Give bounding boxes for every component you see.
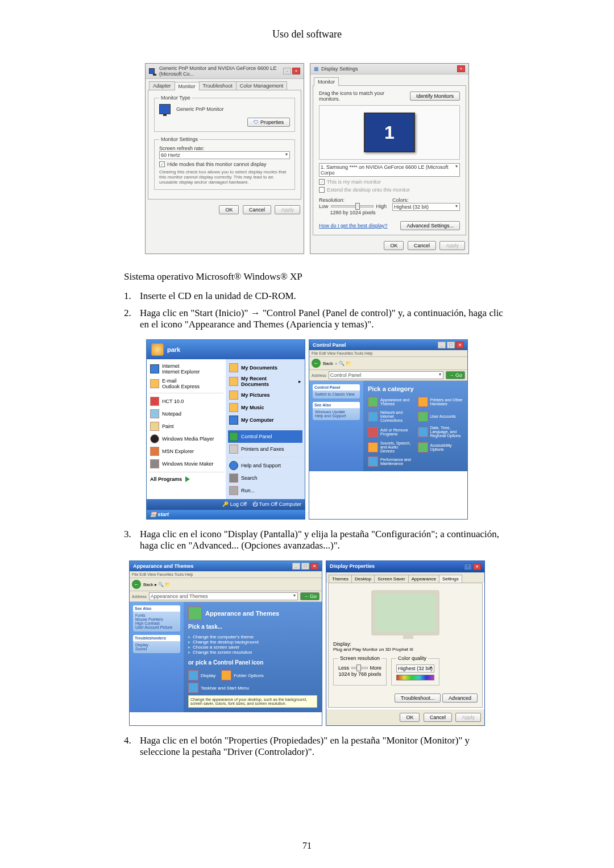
start-item-internet[interactable]: Internet Internet Explorer	[149, 362, 223, 376]
best-display-link[interactable]: How do I get the best display?	[319, 223, 388, 229]
advanced-settings-button[interactable]: Advanced Settings...	[400, 221, 460, 230]
identify-monitors-button[interactable]: Identify Monitors	[410, 92, 460, 101]
resolution-slider[interactable]	[331, 205, 374, 207]
task-link[interactable]: ▸Change the desktop background	[188, 639, 317, 645]
start-item-help[interactable]: Help and Support	[228, 459, 302, 472]
tab-appearance[interactable]: Appearance	[408, 575, 439, 583]
address-bar[interactable]: Appearance and Themes	[149, 592, 298, 600]
start-item-hct[interactable]: HCT 10.0	[149, 395, 223, 408]
see-also-item[interactable]: Help and Support	[315, 414, 358, 418]
cat-users[interactable]: User Accounts	[418, 410, 463, 422]
start-item-email[interactable]: E-mail Outlook Express	[149, 376, 223, 391]
resolution-slider[interactable]	[351, 667, 368, 669]
see-also-item[interactable]: Fonts	[135, 613, 178, 617]
switch-classic-link[interactable]: Switch to Classic View	[315, 392, 358, 396]
maximize-icon[interactable]: □	[447, 342, 455, 348]
refresh-rate-select[interactable]: 60 Hertz	[159, 151, 290, 159]
properties-button[interactable]: 🛡 Properties	[247, 118, 290, 127]
minimize-icon[interactable]: -	[283, 68, 291, 74]
cat-datetime[interactable]: Date, Time, Language, and Regional Optio…	[418, 426, 463, 438]
cp-icon-display[interactable]: Display	[188, 670, 215, 680]
main-monitor-checkbox[interactable]: ✓	[319, 179, 325, 185]
tab-desktop[interactable]: Desktop	[351, 575, 375, 583]
ok-button[interactable]: OK	[400, 713, 420, 722]
go-button[interactable]: → Go	[300, 592, 320, 600]
start-item-music[interactable]: My Music	[228, 401, 302, 414]
back-button[interactable]: ←	[312, 359, 321, 368]
help-icon[interactable]: ?	[464, 563, 472, 570]
start-item-printers[interactable]: Printers and Faxes	[228, 443, 302, 455]
ts-item[interactable]: Sound	[135, 647, 178, 651]
start-item-notepad[interactable]: Notepad	[149, 408, 223, 420]
back-button[interactable]: ←	[132, 580, 141, 589]
color-quality-select[interactable]: Highest (32 bit)	[396, 665, 434, 672]
cat-accessibility[interactable]: Accessibility Options	[418, 441, 463, 453]
cat-appearance[interactable]: Appearance and Themes	[368, 397, 413, 407]
task-link[interactable]: ▸Choose a screen saver	[188, 645, 317, 650]
start-item-paint[interactable]: Paint	[149, 420, 223, 433]
hide-modes-checkbox[interactable]: ✓	[159, 161, 165, 167]
address-bar[interactable]: Control Panel	[329, 371, 444, 379]
see-also-item[interactable]: Windows Update	[315, 410, 358, 414]
cat-network[interactable]: Network and Internet Connections	[368, 410, 413, 422]
see-also-item[interactable]: User Account Picture	[135, 625, 178, 629]
close-icon[interactable]: ×	[310, 563, 318, 570]
task-link[interactable]: ▸Change the computer's theme	[188, 634, 317, 639]
all-programs[interactable]: All Programs	[149, 474, 223, 484]
tab-troubleshoot[interactable]: Troubleshoot	[199, 81, 237, 90]
turn-off-button[interactable]: ⏻ Turn Off Computer	[252, 501, 301, 507]
tab-themes[interactable]: Themes	[329, 575, 352, 583]
cat-printers[interactable]: Printers and Other Hardware	[418, 397, 463, 407]
ts-item[interactable]: Display	[135, 643, 178, 647]
tab-color-management[interactable]: Color Management	[236, 81, 288, 90]
cat-performance[interactable]: Performance and Maintenance	[368, 456, 413, 467]
start-item-pictures[interactable]: My Pictures	[228, 389, 302, 401]
cancel-button[interactable]: Cancel	[424, 713, 452, 722]
cp-icon-folder-options[interactable]: Folder Options	[221, 670, 263, 680]
see-also-item[interactable]: Mouse Pointers	[135, 617, 178, 621]
apply-button[interactable]: Apply	[439, 241, 465, 250]
start-item-mydocs[interactable]: My Documents	[228, 362, 302, 374]
menu-bar[interactable]: File Edit View Favorites Tools Help	[130, 571, 322, 578]
start-item-wmp[interactable]: Windows Media Player	[149, 433, 223, 445]
cat-addremove[interactable]: Add or Remove Programs	[368, 426, 413, 438]
cp-icon-taskbar[interactable]: Taskbar and Start Menu	[188, 683, 317, 693]
monitor-select[interactable]: 1. Samsung **** on NVIDIA GeForce 6600 L…	[319, 163, 460, 177]
start-button[interactable]: 🪟 start	[147, 509, 305, 519]
cat-sounds[interactable]: Sounds, Speech, and Audio Devices	[368, 441, 413, 453]
tab-monitor[interactable]: Monitor	[175, 82, 200, 90]
start-item-search[interactable]: Search	[228, 472, 302, 484]
monitor-preview-1[interactable]: 1	[364, 113, 415, 152]
task-link[interactable]: ▸Change the screen resolution	[188, 650, 317, 655]
extend-desktop-checkbox[interactable]	[319, 187, 325, 193]
tab-settings[interactable]: Settings	[439, 575, 462, 583]
start-item-control-panel[interactable]: Control Panel	[228, 430, 302, 443]
apply-button[interactable]: Apply	[455, 713, 481, 722]
go-button[interactable]: → Go	[446, 371, 465, 379]
start-item-computer[interactable]: My Computer	[228, 414, 302, 426]
close-icon[interactable]: ×	[292, 68, 300, 74]
cancel-button[interactable]: Cancel	[408, 241, 436, 250]
see-also-item[interactable]: High Contrast	[135, 621, 178, 625]
minimize-icon[interactable]: _	[292, 563, 300, 570]
ok-button[interactable]: OK	[219, 205, 239, 214]
apply-button[interactable]: Apply	[275, 205, 300, 214]
tab-screensaver[interactable]: Screen Saver	[374, 575, 408, 583]
start-item-recent[interactable]: My Recent Documents▸	[228, 374, 302, 389]
close-icon[interactable]: ×	[457, 65, 465, 72]
start-item-msn[interactable]: MSN Explorer	[149, 445, 223, 458]
minimize-icon[interactable]: _	[438, 342, 446, 348]
tab-monitor[interactable]: Monitor	[314, 77, 339, 86]
log-off-button[interactable]: 🔑 Log Off	[222, 501, 247, 507]
ok-button[interactable]: OK	[384, 241, 404, 250]
close-icon[interactable]: ×	[473, 563, 481, 570]
colors-select[interactable]: Highest (32 bit)	[392, 203, 460, 211]
tab-adapter[interactable]: Adapter	[149, 81, 175, 90]
maximize-icon[interactable]: □	[301, 563, 309, 570]
start-item-run[interactable]: Run...	[228, 484, 302, 497]
close-icon[interactable]: ×	[456, 342, 464, 348]
start-item-wmm[interactable]: Windows Movie Maker	[149, 458, 223, 470]
menu-bar[interactable]: File Edit View Favorites Tools Help	[309, 350, 467, 357]
cancel-button[interactable]: Cancel	[243, 205, 271, 214]
troubleshoot-button[interactable]: Troubleshoot...	[395, 693, 441, 703]
